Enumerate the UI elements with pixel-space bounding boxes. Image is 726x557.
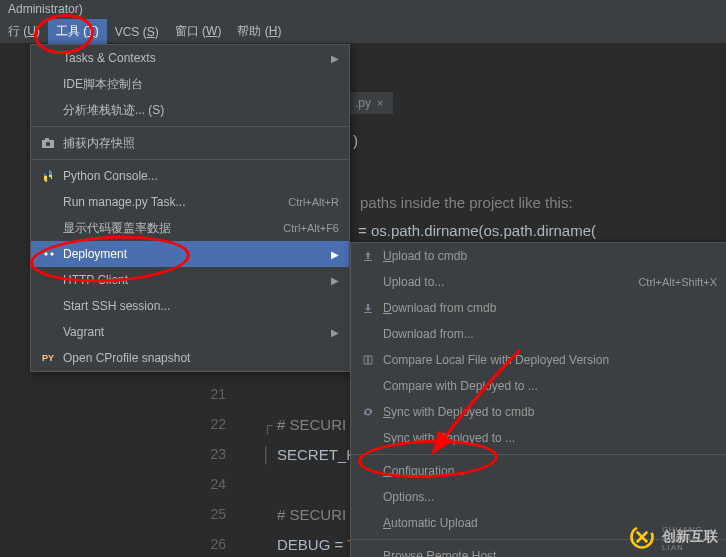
menu-vcs[interactable]: VCS (S): [107, 21, 167, 43]
editor-tab[interactable]: .py ×: [345, 92, 393, 114]
menu-window[interactable]: 窗口 (W): [167, 19, 230, 44]
window-title: Administrator): [8, 2, 83, 16]
code-text: = os.path.dirname(os.path.dirname(: [358, 222, 596, 239]
gutter-line-number: 23: [190, 446, 226, 462]
menu-tools[interactable]: 工具 (T): [48, 19, 107, 44]
code-text: ): [353, 132, 358, 149]
watermark-subtext: CHUANG XIN HU LIAN: [662, 525, 708, 552]
code-text: # SECURI: [277, 416, 346, 433]
submenu-configuration[interactable]: Configuration...: [351, 458, 726, 484]
menu-item-mem-snapshot[interactable]: 捕获内存快照: [31, 130, 349, 156]
submenu-compare-local[interactable]: Compare Local File with Deployed Version: [351, 347, 726, 373]
tab-label: .py: [355, 96, 371, 110]
watermark: 创新互联 CHUANG XIN HU LIAN: [628, 523, 718, 551]
menu-run[interactable]: 行 (U): [0, 19, 48, 44]
gutter-line-number: 22: [190, 416, 226, 432]
menu-item-tasks-contexts[interactable]: Tasks & Contexts▶: [31, 45, 349, 71]
menu-separator: [31, 126, 349, 127]
svg-rect-1: [45, 138, 49, 141]
menu-item-python-console[interactable]: Python Console...: [31, 163, 349, 189]
menu-item-start-ssh[interactable]: Start SSH session...: [31, 293, 349, 319]
menu-help[interactable]: 帮助 (H): [229, 19, 289, 44]
code-text: # SECURI: [277, 506, 346, 523]
gutter-line-number: 24: [190, 476, 226, 492]
submenu-download-from[interactable]: Download from...: [351, 321, 726, 347]
submenu-options[interactable]: Options...: [351, 484, 726, 510]
submenu-sync-cmdb[interactable]: Sync with Deployed to cmdb: [351, 399, 726, 425]
gutter-line-number: 21: [190, 386, 226, 402]
tab-close-icon[interactable]: ×: [377, 97, 383, 109]
menu-separator: [31, 159, 349, 160]
menu-item-analyze-stacktrace[interactable]: 分析堆栈轨迹... (S): [31, 97, 349, 123]
deployment-submenu: Upload to cmdb Upload to...Ctrl+Alt+Shif…: [350, 242, 726, 557]
download-icon: [359, 300, 377, 316]
menu-separator: [351, 454, 726, 455]
upload-icon: [359, 248, 377, 264]
tools-dropdown: Tasks & Contexts▶ IDE脚本控制台 分析堆栈轨迹... (S)…: [30, 44, 350, 372]
watermark-logo-icon: [628, 523, 656, 551]
menubar: 行 (U) 工具 (T) VCS (S) 窗口 (W) 帮助 (H): [0, 20, 726, 44]
camera-icon: [39, 135, 57, 151]
submenu-sync-deployed[interactable]: Sync with Deployed to ...: [351, 425, 726, 451]
deploy-icon: [39, 246, 57, 262]
menu-item-coverage[interactable]: 显示代码覆盖率数据Ctrl+Alt+F6: [31, 215, 349, 241]
python-icon: [39, 168, 57, 184]
menu-item-ide-console[interactable]: IDE脚本控制台: [31, 71, 349, 97]
menu-item-deployment[interactable]: Deployment▶: [31, 241, 349, 267]
menu-item-http-client[interactable]: HTTP Client▶: [31, 267, 349, 293]
code-text: SECRET_K: [277, 446, 356, 463]
window-titlebar: Administrator): [0, 0, 726, 20]
menu-item-cprofile[interactable]: PYOpen CProfile snapshot: [31, 345, 349, 371]
submenu-upload-cmdb[interactable]: Upload to cmdb: [351, 243, 726, 269]
svg-point-2: [46, 142, 50, 146]
compare-icon: [359, 352, 377, 368]
gutter-line-number: 25: [190, 506, 226, 522]
submenu-upload-to[interactable]: Upload to...Ctrl+Alt+Shift+X: [351, 269, 726, 295]
gutter-line-number: 26: [190, 536, 226, 552]
code-text: paths inside the project like this:: [360, 194, 573, 211]
sync-icon: [359, 404, 377, 420]
menu-item-run-manage-py[interactable]: Run manage.py Task...Ctrl+Alt+R: [31, 189, 349, 215]
submenu-compare-deployed[interactable]: Compare with Deployed to ...: [351, 373, 726, 399]
py-icon: PY: [39, 350, 57, 366]
menu-item-vagrant[interactable]: Vagrant▶: [31, 319, 349, 345]
submenu-download-cmdb[interactable]: Download from cmdb: [351, 295, 726, 321]
